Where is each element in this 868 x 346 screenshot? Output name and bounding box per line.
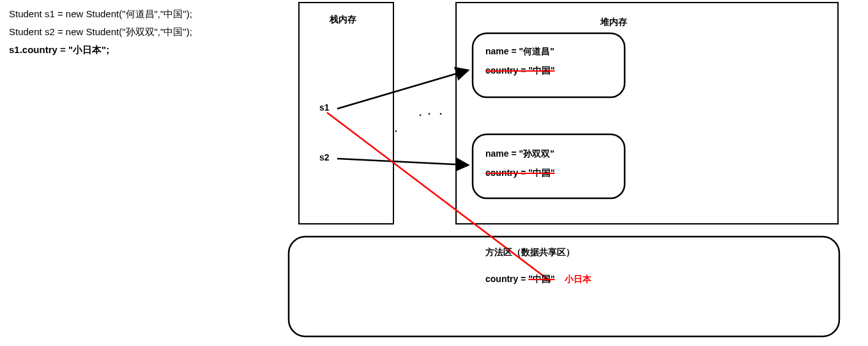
svg-point-0: [395, 130, 397, 132]
svg-point-2: [429, 113, 430, 115]
method-area-country: country = "中国" 小日本: [485, 274, 591, 285]
method-area-country-new: 小日本: [565, 274, 591, 284]
arrow-s1-obj1: [337, 70, 468, 109]
stack-var-s1: s1: [319, 102, 330, 113]
obj1-country: country = "中国": [485, 65, 555, 77]
obj2-name: name = "孙双双": [485, 148, 554, 160]
diagram-svg: [0, 0, 868, 346]
diagram-canvas: Student s1 = new Student("何道昌","中国"); St…: [0, 0, 868, 346]
stack-var-s2: s2: [319, 152, 330, 162]
obj1-name: name = "何道昌": [485, 46, 554, 58]
stack-box: [299, 3, 393, 224]
obj2-country: country = "中国": [485, 168, 555, 179]
method-area-country-old: "中国": [528, 274, 554, 284]
arrow-s2-obj2: [337, 159, 468, 165]
heap-box: [456, 3, 838, 224]
method-area-country-key: country =: [485, 274, 526, 284]
method-area-title: 方法区（数据共享区）: [485, 247, 575, 258]
heap-title: 堆内存: [600, 17, 627, 28]
svg-point-1: [420, 114, 422, 116]
stack-title: 栈内存: [330, 14, 356, 26]
heap-object-2: [473, 134, 625, 198]
svg-point-3: [440, 113, 442, 115]
